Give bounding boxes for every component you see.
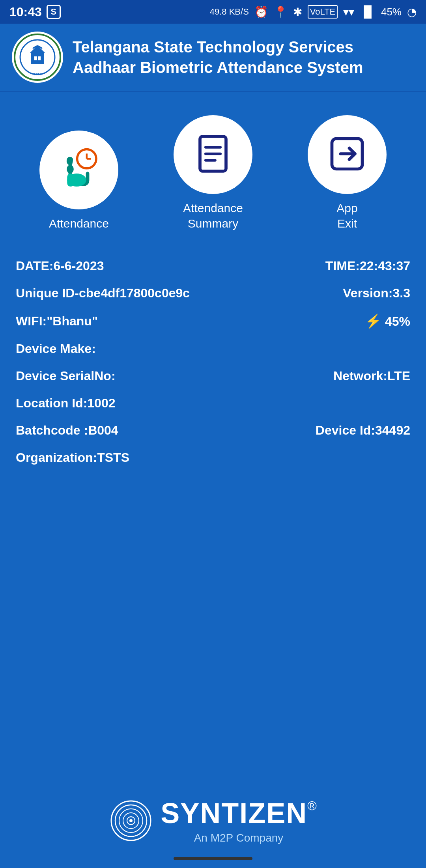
info-section: DATE:6-6-2023 TIME:22:43:37 Unique ID-cb…: [12, 259, 414, 465]
status-right: 49.8 KB/S ⏰ 📍 ✱ VoLTE ▾▾ ▐▌ 45% ◔: [210, 5, 417, 19]
app-exit-button[interactable]: App Exit: [308, 115, 387, 231]
svg-rect-12: [67, 174, 74, 187]
wifi-battery-row: WIFI:"Bhanu" ⚡ 45%: [16, 313, 410, 329]
battery-icon: ◔: [407, 6, 417, 19]
wifi-label: WIFI:"Bhanu": [16, 314, 98, 329]
attendance-icon-circle[interactable]: [39, 131, 118, 209]
wifi-icon: ▾▾: [343, 6, 354, 19]
batchcode-label: Batchcode :B004: [16, 423, 118, 438]
bottom-nav-indicator: [174, 857, 252, 860]
app-exit-button-label: App Exit: [336, 200, 357, 231]
device-serial-network-row: Device SerialNo: Network:LTE: [16, 369, 410, 383]
header-text: Telangana State Technology Services Aadh…: [73, 37, 414, 78]
location-id-label: Location Id:1002: [16, 396, 116, 411]
syntizen-logo-spiral: [109, 799, 153, 842]
status-bar: 10:43 S 49.8 KB/S ⏰ 📍 ✱ VoLTE ▾▾ ▐▌ 45% …: [0, 0, 426, 24]
version-label: Version:3.3: [343, 286, 410, 301]
device-make-row: Device Make:: [16, 342, 410, 356]
icon-buttons-row: Attendance Attendance Summary: [12, 107, 414, 239]
uniqueid-version-row: Unique ID-cbe4df17800c0e9c Version:3.3: [16, 286, 410, 301]
footer-logo: SYNTIZEN ® An M2P Company: [109, 797, 317, 844]
app-logo: TSTS: [12, 32, 63, 83]
attendance-button[interactable]: Attendance: [39, 131, 118, 231]
attendance-button-label: Attendance: [49, 216, 109, 231]
batchcode-deviceid-row: Batchcode :B004 Device Id:34492: [16, 423, 410, 438]
organization-row: Organization:TSTS: [16, 450, 410, 465]
syntizen-name: SYNTIZEN: [161, 797, 307, 829]
location-row: Location Id:1002: [16, 396, 410, 411]
lte-badge: VoLTE: [308, 5, 338, 19]
battery-label: ⚡ 45%: [365, 313, 410, 329]
svg-point-24: [129, 819, 133, 822]
footer-tagline: An M2P Company: [161, 832, 317, 844]
device-id-label: Device Id:34492: [316, 423, 410, 438]
app-header: TSTS Telangana State Technology Services…: [0, 24, 426, 91]
svg-text:TSTS: TSTS: [34, 73, 42, 76]
main-content: Attendance Attendance Summary: [0, 91, 426, 608]
app-exit-icon-circle[interactable]: [308, 115, 387, 194]
header-title-line1: Telangana State Technology Services: [73, 37, 414, 57]
date-time-row: DATE:6-6-2023 TIME:22:43:37: [16, 259, 410, 273]
exit-icon: [325, 132, 369, 177]
device-make-label: Device Make:: [16, 342, 96, 356]
unique-id-label: Unique ID-cbe4df17800c0e9c: [16, 286, 190, 301]
signal-icon: ▐▌: [360, 6, 376, 18]
attendance-summary-button-label: Attendance Summary: [183, 200, 243, 231]
hand-clock-icon: [57, 147, 101, 192]
alarm-icon: ⏰: [254, 6, 268, 19]
footer: SYNTIZEN ® An M2P Company: [0, 781, 426, 868]
date-label: DATE:6-6-2023: [16, 259, 104, 273]
device-serial-label: Device SerialNo:: [16, 369, 116, 383]
organization-label: Organization:TSTS: [16, 450, 129, 465]
syntizen-brand: SYNTIZEN ® An M2P Company: [161, 797, 317, 844]
sim-icon: S: [47, 5, 61, 19]
registered-mark: ®: [307, 799, 317, 813]
status-left: 10:43 S: [9, 5, 61, 19]
location-icon: 📍: [274, 6, 288, 19]
logo-svg: TSTS: [14, 34, 61, 81]
svg-point-10: [67, 165, 74, 174]
time-label: TIME:22:43:37: [325, 259, 410, 273]
battery-percentage: 45%: [381, 6, 402, 18]
document-icon: [191, 132, 235, 177]
svg-rect-4: [38, 56, 41, 60]
network-label: Network:LTE: [333, 369, 410, 383]
attendance-summary-button[interactable]: Attendance Summary: [174, 115, 252, 231]
svg-rect-3: [34, 56, 37, 60]
battery-charging-icon: ⚡: [365, 314, 381, 329]
data-speed: 49.8 KB/S: [210, 7, 249, 17]
svg-rect-2: [31, 53, 44, 64]
header-title-line2: Aadhaar Biometric Attendance System: [73, 57, 414, 78]
bluetooth-icon: ✱: [293, 6, 302, 19]
status-time: 10:43: [9, 5, 42, 19]
attendance-summary-icon-circle[interactable]: [174, 115, 252, 194]
